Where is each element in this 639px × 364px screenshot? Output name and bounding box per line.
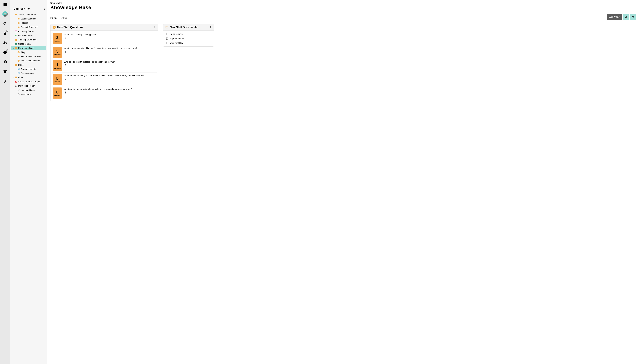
row-menu-icon[interactable] <box>209 42 211 44</box>
svg-rect-4 <box>15 30 17 32</box>
row-menu-icon[interactable] <box>209 38 211 40</box>
row-menu-icon[interactable] <box>64 64 67 66</box>
tab-apps[interactable]: Apps <box>62 16 67 21</box>
svg-rect-9 <box>16 47 17 49</box>
sidebar-title: Umbrella Inc <box>14 7 30 10</box>
card-menu-icon[interactable] <box>153 26 156 28</box>
avatar[interactable] <box>3 12 8 17</box>
svg-rect-14 <box>16 64 17 66</box>
tree-brochures[interactable]: ·Product Brochures <box>11 25 46 29</box>
answer-count-box: 0Answers <box>53 88 62 98</box>
check-icon <box>15 80 18 83</box>
sidebar-menu-icon[interactable] <box>43 8 46 10</box>
svg-point-19 <box>625 16 627 18</box>
tree-events[interactable]: ·Company Events <box>11 29 46 34</box>
gear-icon[interactable] <box>3 59 8 65</box>
tree-ideas[interactable]: ·New Ideas <box>11 92 46 96</box>
tree-links[interactable]: ›Links <box>11 75 46 80</box>
question-row[interactable]: 5AnswersWhat are the company policies on… <box>52 73 157 86</box>
document-name: Dates to save <box>170 33 208 35</box>
row-menu-icon[interactable] <box>64 92 67 94</box>
navigation-tree: ⌄Shared Documents ·Legal Resources ·Poli… <box>10 12 47 96</box>
page-icon <box>15 38 18 41</box>
question-row[interactable]: 0AnswersWhat are the opportunities for g… <box>52 86 157 100</box>
hamburger-icon[interactable] <box>3 2 8 7</box>
svg-rect-6 <box>16 39 17 40</box>
search-button[interactable] <box>623 14 629 20</box>
chevron-down-icon: ⌄ <box>12 14 14 16</box>
question-text: Where can I get my parking pass? <box>64 33 156 36</box>
tree-training[interactable]: ·Training & Learning <box>11 38 46 42</box>
question-text: What are the company policies on flexibl… <box>64 74 156 77</box>
add-widget-button[interactable]: Add Widget <box>607 14 622 20</box>
question-icon: ? <box>18 60 20 62</box>
folder-icon <box>18 26 20 28</box>
answer-label: Answers <box>54 40 61 42</box>
answer-count: 3 <box>56 49 59 54</box>
tab-portal[interactable]: Portal <box>50 16 57 21</box>
folder-icon <box>18 55 20 58</box>
tree-forum[interactable]: ⌄Discussion Forum <box>11 84 46 88</box>
tree-shared-documents[interactable]: ⌄Shared Documents <box>11 12 46 17</box>
tree-policies[interactable]: ·Policies <box>11 21 46 25</box>
tree-announce[interactable]: ·Announcements <box>11 67 46 71</box>
document-row[interactable]: HTMLImportant Links <box>165 36 212 41</box>
svg-text:?: ? <box>18 60 19 62</box>
svg-point-21 <box>632 17 633 18</box>
html-file-icon: HTML <box>166 37 169 40</box>
tree-knowledge-base[interactable]: ⌄Knowledge Base <box>11 46 46 50</box>
answer-count: 2 <box>56 35 59 40</box>
document-row[interactable]: HTMLYour First Day <box>165 41 212 45</box>
svg-point-3 <box>6 42 7 43</box>
settings-button[interactable] <box>630 14 636 20</box>
row-menu-icon[interactable] <box>64 78 67 80</box>
star-badge: 0 <box>7 30 9 32</box>
tree-umbrella-project[interactable]: ·Space Umbrella Project <box>11 80 46 84</box>
answer-count-box: 2Answers <box>53 33 62 44</box>
chat-icon[interactable]: 0 <box>3 50 8 55</box>
questions-card: ? New Staff Questions 2AnswersWhere can … <box>50 24 158 101</box>
row-menu-icon[interactable] <box>209 33 211 35</box>
star-icon[interactable]: 0 <box>3 30 8 36</box>
tree-new-staff-questions[interactable]: ·?New Staff Questions <box>11 58 46 63</box>
svg-text:HTML: HTML <box>166 39 168 40</box>
tree-health[interactable]: ·Health & Safety <box>11 88 46 92</box>
doc-icon <box>18 68 20 70</box>
tree-expenses[interactable]: ·Expenses Form <box>11 34 46 38</box>
tree-new-staff-docs[interactable]: ·New Staff Documents <box>11 54 46 58</box>
document-row[interactable]: HTMLDates to save <box>165 32 212 36</box>
people-icon[interactable] <box>3 40 8 46</box>
tree-blogs[interactable]: ⌄Blogs <box>11 63 46 67</box>
chat-bubble-icon <box>15 85 18 87</box>
question-text: What's the work culture like here? or Ar… <box>64 47 156 50</box>
page-icon <box>15 64 18 66</box>
row-menu-icon[interactable] <box>64 37 67 39</box>
sidebar: Umbrella Inc ⌄Shared Documents ·Legal Re… <box>10 0 47 364</box>
image-icon <box>15 43 18 45</box>
documents-card: New Staff Documents HTMLDates to saveHTM… <box>163 24 214 46</box>
svg-rect-7 <box>15 43 17 44</box>
tree-media[interactable]: ·Space Media <box>11 42 46 46</box>
chevron-right-icon: › <box>12 76 14 78</box>
page-icon <box>15 76 18 79</box>
trash-icon[interactable] <box>3 69 8 74</box>
tree-legal[interactable]: ·Legal Resources <box>11 17 46 21</box>
card-menu-icon[interactable] <box>209 26 212 28</box>
document-name: Your First Day <box>170 42 208 44</box>
question-row[interactable]: 1AnswersWho do I go to with questions or… <box>52 59 157 73</box>
breadcrumb[interactable]: Umbrella Inc <box>50 2 636 4</box>
tree-faqs[interactable]: ·?FAQ's <box>11 50 46 54</box>
questions-card-title: New Staff Questions <box>57 26 83 29</box>
question-text: What are the opportunities for growth, a… <box>64 88 156 91</box>
logout-icon[interactable] <box>3 78 8 84</box>
html-file-icon: HTML <box>166 32 169 36</box>
row-menu-icon[interactable] <box>64 51 67 52</box>
tree-brainstorm[interactable]: ·Brainstorming <box>11 71 46 75</box>
svg-point-2 <box>4 42 5 43</box>
answer-count-box: 3Answers <box>53 46 62 58</box>
question-row[interactable]: 2AnswersWhere can I get my parking pass? <box>52 32 157 46</box>
search-icon[interactable] <box>3 21 8 26</box>
question-row[interactable]: 3AnswersWhat's the work culture like her… <box>52 46 157 59</box>
document-name: Important Links <box>170 37 208 40</box>
folder-icon <box>18 22 20 24</box>
